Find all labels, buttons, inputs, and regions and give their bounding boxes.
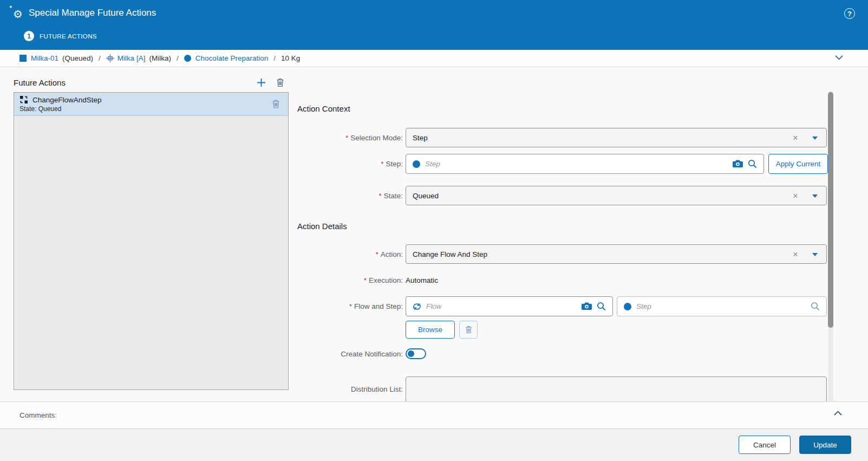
chevron-down-icon[interactable] [812, 194, 818, 200]
flow-input[interactable] [426, 302, 577, 310]
step-picker[interactable] [406, 154, 764, 174]
flow-and-step-label: * Flow and Step: [297, 296, 403, 316]
future-actions-list-title: Future Actions [14, 78, 66, 87]
plus-icon [257, 78, 266, 87]
search-icon[interactable] [597, 302, 606, 311]
list-item-changeflowandstep[interactable]: ChangeFlowAndStep State: Queued [14, 93, 288, 116]
step-label: * Step: [297, 154, 403, 174]
clear-flow-step-button[interactable] [459, 321, 478, 339]
cancel-button[interactable]: Cancel [739, 436, 791, 454]
comments-label: Comments: [19, 411, 57, 419]
help-glyph: ? [847, 10, 852, 18]
quantity-text: 10 Kg [281, 54, 300, 62]
form-scroll-area: Action Context * Selection Mode: Step × … [297, 77, 828, 401]
help-icon[interactable]: ? [844, 8, 855, 19]
camera-icon[interactable] [582, 302, 592, 310]
add-action-button[interactable] [257, 78, 266, 87]
distribution-list-label: Distribution List: [297, 376, 403, 401]
create-notification-toggle[interactable] [406, 348, 426, 359]
gear-icon: ⚙ [13, 7, 23, 21]
search-icon[interactable] [811, 302, 820, 311]
required-marker: * [378, 192, 381, 200]
toggle-knob [408, 350, 414, 357]
wizard-step-future-actions[interactable]: 1 FUTURE ACTIONS [24, 31, 97, 41]
step-circle-icon [624, 303, 631, 310]
action-state: State: Queued [19, 105, 283, 113]
footer: Cancel Update [0, 429, 868, 461]
breadcrumb-link-step[interactable]: Chocolate Preparation [195, 54, 268, 62]
distribution-list-row: Distribution List: [297, 376, 828, 401]
flow-icon [413, 303, 421, 310]
search-icon[interactable] [748, 159, 757, 168]
trash-icon [276, 78, 284, 87]
create-notification-label: Create Notification: [297, 347, 403, 361]
breadcrumb-separator: / [99, 54, 101, 62]
action-label: * Action: [297, 244, 403, 264]
apply-current-button[interactable]: Apply Current [768, 154, 828, 174]
clear-icon[interactable]: × [793, 133, 798, 142]
future-actions-panel-header: Future Actions [14, 78, 289, 87]
flow-step-picker[interactable] [617, 296, 827, 316]
step-input[interactable] [425, 160, 728, 168]
list-toolbar [257, 78, 289, 87]
trash-icon [465, 326, 472, 334]
execution-label: * Execution: [297, 271, 403, 290]
step-label: FUTURE ACTIONS [40, 33, 97, 40]
chevron-down-icon[interactable] [835, 55, 843, 60]
trash-icon [272, 100, 280, 109]
breadcrumb-separator: / [273, 54, 276, 62]
comments-bar: Comments: [0, 401, 868, 429]
page-title: Special Manage Future Actions [29, 8, 156, 18]
required-marker: * [375, 250, 378, 258]
execution-row: * Execution: Automatic [297, 271, 828, 290]
flow-and-step-row: * Flow and Step: [297, 296, 828, 316]
flow-picker[interactable] [406, 296, 613, 316]
update-button[interactable]: Update [799, 436, 851, 454]
browse-button[interactable]: Browse [406, 321, 455, 339]
selection-mode-row: * Selection Mode: Step × [297, 128, 828, 147]
future-actions-list: ChangeFlowAndStep State: Queued [14, 92, 289, 390]
vertical-scrollbar[interactable] [828, 91, 833, 401]
breadcrumb-link-flow[interactable]: Milka [A] [118, 54, 146, 62]
selection-mode-select[interactable]: Step × [406, 128, 827, 147]
step-circle-icon [184, 55, 191, 62]
distribution-list-input[interactable] [406, 376, 827, 401]
sparkle-icon: ✦ [9, 4, 13, 10]
selection-mode-label: * Selection Mode: [297, 128, 403, 147]
browse-row: Browse [297, 321, 828, 339]
title-group: ✦ ⚙ Special Manage Future Actions [9, 5, 156, 20]
clear-icon[interactable]: × [793, 191, 798, 200]
execution-value: Automatic [406, 271, 438, 290]
clear-icon[interactable]: × [793, 250, 798, 259]
action-name: ChangeFlowAndStep [32, 96, 102, 104]
create-notification-row: Create Notification: [297, 347, 828, 361]
breadcrumb-link-material[interactable]: Milka-01 [31, 54, 58, 62]
breadcrumb-separator: / [177, 54, 179, 62]
step-number-badge: 1 [24, 31, 34, 41]
required-marker: * [345, 134, 348, 142]
scrollbar-thumb[interactable] [828, 92, 833, 328]
change-flow-and-step-icon [19, 95, 28, 104]
breadcrumb: Milka-01 (Queued) / Milka [A] (Milka) / … [0, 50, 868, 67]
special-gear-icon: ✦ ⚙ [9, 5, 23, 20]
required-marker: * [364, 276, 367, 284]
material-state-text: (Queued) [62, 54, 93, 62]
action-value: Change Flow And Step [413, 250, 793, 258]
special-manage-future-actions-dialog: ✦ ⚙ Special Manage Future Actions ? 1 FU… [0, 0, 868, 461]
delete-action-button[interactable] [272, 100, 280, 109]
camera-icon[interactable] [733, 160, 743, 168]
required-marker: * [349, 302, 352, 310]
chevron-down-icon[interactable] [812, 137, 818, 142]
selection-mode-value: Step [413, 134, 793, 142]
action-details-heading: Action Details [297, 222, 347, 231]
action-select[interactable]: Change Flow And Step × [406, 244, 827, 264]
chevron-up-icon[interactable] [834, 411, 842, 415]
state-select[interactable]: Queued × [406, 186, 827, 205]
state-row: * State: Queued × [297, 186, 828, 205]
flow-icon [106, 54, 114, 62]
state-label: * State: [297, 186, 403, 205]
chevron-down-icon[interactable] [812, 253, 818, 259]
step-row: * Step: Apply Current [297, 154, 828, 174]
flow-step-input[interactable] [636, 302, 806, 310]
delete-all-actions-button[interactable] [276, 78, 284, 87]
